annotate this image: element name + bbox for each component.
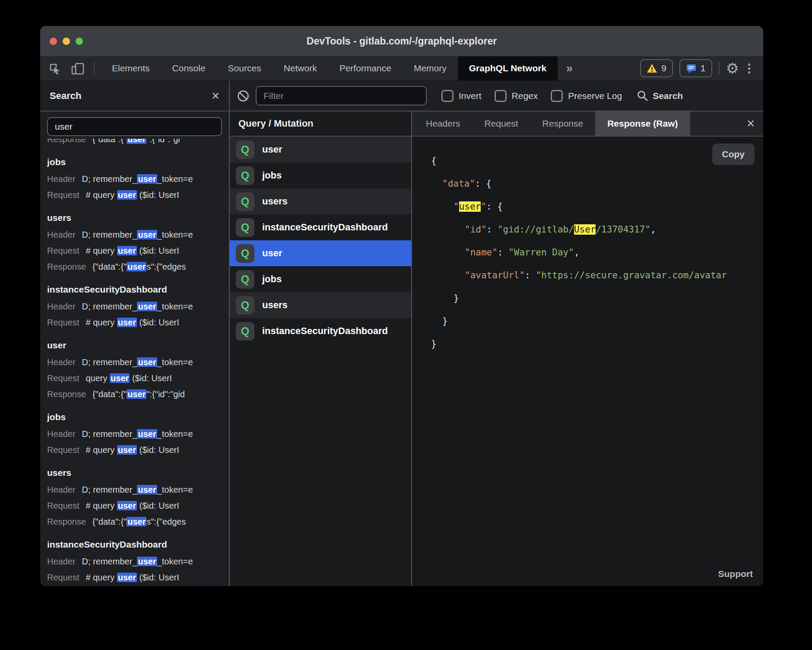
tab-console[interactable]: Console — [161, 56, 217, 80]
search-result-row[interactable]: HeaderD; remember_user_token=e — [47, 554, 229, 570]
search-result-row[interactable]: Response{"data":{"users":{"edges — [47, 259, 229, 275]
search-result-value: D; remember_user_token=e — [82, 302, 193, 311]
response-tab-response[interactable]: Response — [530, 112, 596, 136]
filter-input[interactable] — [256, 86, 427, 105]
invert-option[interactable]: Invert — [441, 90, 482, 102]
query-list-item[interactable]: Qjobs — [230, 266, 411, 292]
query-name: users — [262, 300, 288, 311]
block-icon[interactable] — [237, 89, 250, 102]
query-list-item[interactable]: Quser — [230, 240, 411, 266]
warnings-badge[interactable]: 9 — [640, 59, 673, 77]
close-response-icon[interactable]: × — [747, 112, 755, 136]
search-result-row[interactable]: Request# query user ($id: UserI — [47, 498, 229, 514]
close-window-button[interactable] — [50, 38, 57, 45]
search-result-label: Response — [47, 262, 86, 271]
value-text: _token=e — [157, 357, 193, 367]
tab-graphql-network[interactable]: GraphQL Network — [458, 56, 558, 80]
search-result-row[interactable]: Request# query user ($id: UserI — [47, 442, 229, 458]
search-result-label: Response — [47, 389, 86, 399]
query-list-item[interactable]: Quser — [230, 137, 411, 162]
query-list-item[interactable]: Qusers — [230, 292, 411, 318]
search-result-row[interactable]: Response{"data":{"user":{"id":"gi — [47, 139, 229, 147]
value-text: ":{"id":"gi — [146, 139, 180, 144]
search-result-value: # query user ($id: UserI — [86, 445, 179, 455]
regex-option[interactable]: Regex — [495, 90, 538, 102]
search-result-row[interactable]: Requestquery user ($id: UserI — [47, 370, 229, 386]
preserve-log-option[interactable]: Preserve Log — [551, 90, 622, 102]
value-text: ($id: UserI — [137, 501, 179, 510]
tab-performance[interactable]: Performance — [328, 56, 403, 80]
response-tab-headers[interactable]: Headers — [414, 112, 472, 136]
inspect-element-icon[interactable] — [48, 61, 62, 75]
match-highlight: user — [137, 230, 157, 239]
search-result-row[interactable]: Request# query user ($id: UserI — [47, 315, 229, 331]
search-result-row[interactable]: HeaderD; remember_user_token=e — [47, 227, 229, 243]
maximize-window-button[interactable] — [76, 38, 83, 45]
value-text: {"data":{" — [92, 389, 127, 399]
search-result-row[interactable]: HeaderD; remember_user_token=e — [47, 171, 229, 187]
invert-checkbox[interactable] — [441, 90, 454, 102]
search-input[interactable] — [47, 117, 222, 136]
more-tabs-button[interactable]: » — [558, 56, 581, 80]
response-tab-response-raw-[interactable]: Response (Raw) — [595, 112, 690, 136]
search-result-group-title: users — [47, 209, 229, 227]
match-highlight: user — [137, 557, 157, 566]
tab-elements[interactable]: Elements — [101, 56, 161, 80]
value-text: ($id: UserI — [137, 318, 179, 327]
value-text: D; remember_ — [82, 302, 137, 311]
network-search-toggle[interactable]: Search — [637, 90, 683, 102]
query-type-badge: Q — [236, 218, 254, 237]
json-line: "user": { — [431, 195, 763, 218]
search-result-group-title: instanceSecurityDashboard — [47, 535, 229, 554]
close-search-panel-icon[interactable]: × — [212, 89, 219, 102]
issues-badge[interactable]: 1 — [679, 59, 712, 77]
search-panel-title: Search — [50, 90, 81, 102]
response-tabs: HeadersRequestResponseResponse (Raw)× — [412, 112, 763, 137]
search-result-row[interactable]: Request# query user ($id: UserI — [47, 243, 229, 259]
search-result-group-title: jobs — [47, 153, 229, 171]
search-result-row[interactable]: HeaderD; remember_user_token=e — [47, 299, 229, 315]
regex-checkbox[interactable] — [495, 90, 507, 102]
kebab-menu-icon[interactable] — [745, 64, 753, 73]
search-result-row[interactable]: HeaderD; remember_user_token=e — [47, 354, 229, 370]
value-text: _token=e — [157, 302, 193, 311]
json-token: { — [431, 156, 437, 166]
search-result-value: # query user ($id: UserI — [86, 318, 179, 327]
tab-network[interactable]: Network — [273, 56, 328, 80]
query-list-item[interactable]: QinstanceSecurityDashboard — [230, 318, 411, 344]
search-result-row[interactable]: HeaderD; remember_user_token=e — [47, 482, 229, 498]
query-list-item[interactable]: Qjobs — [230, 162, 411, 188]
search-result-label: Response — [47, 139, 86, 144]
network-filter-bar: InvertRegexPreserve Log Search — [230, 81, 763, 111]
json-line: "id": "gid://gitlab/User/13704317", — [431, 218, 763, 241]
match-highlight: user — [137, 485, 157, 494]
minimize-window-button[interactable] — [63, 38, 70, 45]
response-tab-request[interactable]: Request — [472, 112, 530, 136]
json-token: } — [454, 293, 459, 303]
device-toolbar-icon[interactable] — [70, 61, 85, 75]
query-name: user — [262, 248, 282, 259]
json-token: : — [498, 247, 508, 258]
query-list-item[interactable]: Qusers — [230, 188, 411, 214]
copy-button[interactable]: Copy — [712, 143, 755, 165]
search-result-label: Header — [47, 557, 76, 566]
search-result-row[interactable]: Response{"data":{"users":{"edges — [47, 514, 229, 530]
tab-memory[interactable]: Memory — [403, 56, 458, 80]
search-result-row[interactable]: HeaderD; remember_user_token=e — [47, 426, 229, 442]
preserve-log-checkbox[interactable] — [551, 90, 563, 102]
search-result-row[interactable]: Request# query user ($id: UserI — [47, 187, 229, 203]
tab-sources[interactable]: Sources — [217, 56, 273, 80]
value-text: {"data":{" — [92, 139, 127, 144]
settings-gear-icon[interactable]: ⚙ — [726, 61, 739, 76]
search-result-row[interactable]: Response{"data":{"user":{"id":"gid — [47, 386, 229, 402]
json-token: " — [454, 201, 459, 212]
value-text: D; remember_ — [82, 174, 137, 184]
match-highlight: user — [117, 246, 137, 255]
search-result-value: D; remember_user_token=e — [82, 557, 193, 566]
search-result-row[interactable]: Request# query user ($id: UserI — [47, 570, 229, 586]
json-token: : — [486, 201, 497, 212]
query-list-item[interactable]: QinstanceSecurityDashboard — [230, 214, 411, 240]
json-token: "gid://gitlab/ — [498, 224, 574, 235]
json-token: "Warren Day" — [508, 247, 574, 258]
support-link[interactable]: Support — [718, 569, 753, 579]
